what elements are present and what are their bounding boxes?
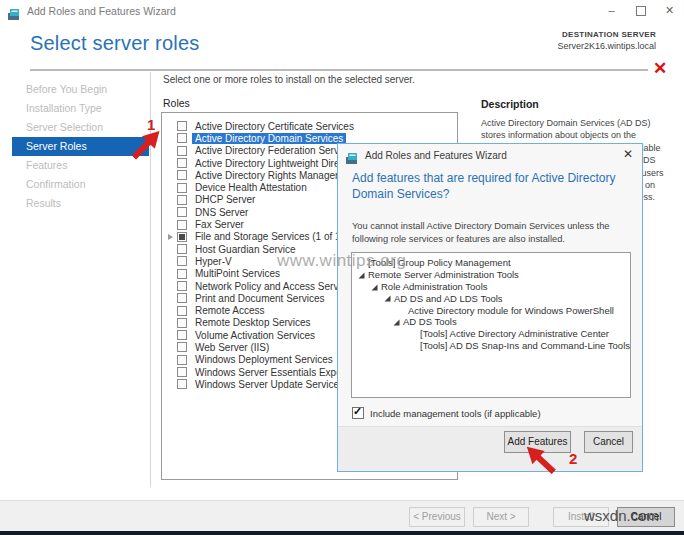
header-divider: [30, 69, 648, 71]
role-label[interactable]: Print and Document Services: [192, 293, 328, 304]
add-features-dialog: Add Roles and Features Wizard ✕ Add feat…: [337, 143, 643, 472]
role-checkbox[interactable]: [177, 158, 187, 168]
dialog-body-line2: following role services or features are …: [352, 233, 610, 246]
role-checkbox[interactable]: [177, 318, 187, 328]
wizard-app-icon: [8, 6, 21, 17]
dialog-title: Add Roles and Features Wizard: [365, 150, 507, 161]
sidebar-item-results[interactable]: Results: [0, 194, 149, 213]
annotation-close-mark: ✕: [653, 58, 667, 79]
role-checkbox[interactable]: [177, 183, 187, 193]
tree-item-ad-ds-and-ad-lds-tools[interactable]: AD DS and AD LDS Tools: [352, 292, 630, 304]
role-label[interactable]: Active Directory Federation Services: [192, 145, 360, 156]
role-checkbox[interactable]: [177, 342, 187, 352]
sidebar-item-installation-type[interactable]: Installation Type: [0, 99, 149, 118]
role-label[interactable]: Fax Server: [192, 219, 247, 230]
dialog-heading-line2: Domain Services?: [352, 186, 615, 202]
include-management-tools-checkbox[interactable]: ✓: [352, 407, 364, 419]
dialog-body-text: You cannot install Active Directory Doma…: [352, 220, 610, 246]
role-checkbox[interactable]: [177, 170, 187, 180]
dialog-close-icon[interactable]: ✕: [623, 147, 633, 161]
role-label[interactable]: Windows Server Update Services: [192, 379, 347, 390]
maximize-icon[interactable]: [626, 0, 655, 22]
tree-expanded-icon[interactable]: [384, 293, 391, 304]
description-label: Description: [481, 98, 539, 110]
role-label[interactable]: Hyper-V: [192, 256, 235, 267]
role-label[interactable]: DNS Server: [192, 207, 251, 218]
description-line: Active Directory Domain Services (AD DS): [481, 117, 664, 129]
roles-list-label: Roles: [163, 97, 190, 109]
sidebar-item-before-you-begin[interactable]: Before You Begin: [0, 80, 149, 99]
destination-server-block: DESTINATION SERVER Server2K16.wintips.lo…: [557, 30, 656, 51]
role-checkbox[interactable]: [177, 367, 187, 377]
annotation-step-2: 2: [569, 450, 577, 467]
titlebar: Add Roles and Features Wizard – ✕: [0, 0, 684, 22]
tree-item-label: [Tools] AD DS Snap-Ins and Command-Line …: [420, 340, 630, 351]
tree-item-label: [Tools] Active Directory Administrative …: [420, 328, 609, 339]
role-checkbox[interactable]: [177, 306, 187, 316]
role-checkbox[interactable]: [177, 256, 187, 266]
sidebar-item-server-selection[interactable]: Server Selection: [0, 118, 149, 137]
role-label[interactable]: MultiPoint Services: [192, 268, 283, 279]
tree-item-ad-ds-tools[interactable]: AD DS Tools: [352, 316, 630, 328]
tree-item-tools-ad-ds-snap-ins-and-command-line-tools[interactable]: [Tools] AD DS Snap-Ins and Command-Line …: [352, 340, 630, 352]
tree-item-label: Active Directory module for Windows Powe…: [408, 305, 614, 316]
role-checkbox[interactable]: [177, 133, 187, 143]
watermark-center: www.wintips.org: [277, 251, 406, 271]
role-label[interactable]: Volume Activation Services: [192, 330, 318, 341]
role-checkbox[interactable]: [177, 232, 187, 242]
role-label[interactable]: Remote Desktop Services: [192, 317, 314, 328]
page-title: Select server roles: [30, 32, 199, 55]
window-bottom-edge: [0, 531, 684, 535]
role-label[interactable]: Windows Deployment Services: [192, 354, 336, 365]
role-row-active-directory-certificate-services[interactable]: Active Directory Certificate Services: [162, 120, 457, 132]
sidebar-item-features[interactable]: Features: [0, 156, 149, 175]
next-button[interactable]: Next >: [473, 507, 529, 527]
dialog-heading-line1: Add features that are required for Activ…: [352, 170, 615, 186]
tree-item-tools-active-directory-administrative-center[interactable]: [Tools] Active Directory Administrative …: [352, 328, 630, 340]
dialog-cancel-button[interactable]: Cancel: [584, 431, 633, 453]
role-checkbox[interactable]: [177, 121, 187, 131]
role-label[interactable]: Active Directory Certificate Services: [192, 121, 357, 132]
role-label[interactable]: DHCP Server: [192, 194, 258, 205]
role-checkbox[interactable]: [177, 330, 187, 340]
role-label[interactable]: Network Policy and Access Services: [192, 281, 359, 292]
tree-item-label: AD DS Tools: [403, 316, 457, 327]
description-line: stores information about objects on the: [481, 129, 664, 141]
required-features-tree[interactable]: [Tools] Group Policy ManagementRemote Se…: [351, 252, 631, 398]
tree-item-active-directory-module-for-windows-powershell[interactable]: Active Directory module for Windows Powe…: [352, 304, 630, 316]
role-checkbox[interactable]: [177, 269, 187, 279]
include-management-tools-row[interactable]: ✓ Include management tools (if applicabl…: [352, 407, 541, 419]
role-checkbox[interactable]: [177, 195, 187, 205]
dialog-heading: Add features that are required for Activ…: [352, 170, 615, 202]
role-label[interactable]: Web Server (IIS): [192, 342, 272, 353]
role-checkbox[interactable]: [177, 281, 187, 291]
role-label[interactable]: Remote Access: [192, 305, 267, 316]
tree-item-label: Role Administration Tools: [381, 281, 488, 292]
tree-expanded-icon[interactable]: [371, 282, 378, 293]
dialog-body-line1: You cannot install Active Directory Doma…: [352, 220, 610, 233]
role-checkbox[interactable]: [177, 146, 187, 156]
tree-expanded-icon[interactable]: [358, 270, 365, 281]
sidebar-item-confirmation[interactable]: Confirmation: [0, 175, 149, 194]
role-checkbox[interactable]: [177, 207, 187, 217]
role-label[interactable]: Device Health Attestation: [192, 182, 310, 193]
minimize-icon[interactable]: –: [597, 0, 626, 22]
wizard-window: Add Roles and Features Wizard – ✕ Select…: [0, 0, 684, 535]
close-icon[interactable]: ✕: [655, 0, 684, 22]
instruction-text: Select one or more roles to install on t…: [163, 74, 415, 85]
role-checkbox[interactable]: [177, 220, 187, 230]
include-management-tools-label: Include management tools (if applicable): [370, 408, 541, 419]
role-checkbox[interactable]: [177, 379, 187, 389]
tree-expanded-icon[interactable]: [393, 317, 400, 328]
watermark-bottom: wsxdn.com: [584, 507, 659, 524]
tree-item-role-administration-tools[interactable]: Role Administration Tools: [352, 281, 630, 293]
expand-arrow-icon[interactable]: [168, 234, 177, 240]
role-label[interactable]: Active Directory Domain Services: [192, 133, 346, 144]
tree-item-label: AD DS and AD LDS Tools: [394, 293, 503, 304]
role-checkbox[interactable]: [177, 244, 187, 254]
role-checkbox[interactable]: [177, 293, 187, 303]
role-checkbox[interactable]: [177, 355, 187, 365]
destination-server-name: Server2K16.wintips.local: [557, 41, 656, 51]
dialog-titlebar: Add Roles and Features Wizard ✕: [338, 144, 642, 166]
previous-button[interactable]: < Previous: [409, 507, 465, 527]
